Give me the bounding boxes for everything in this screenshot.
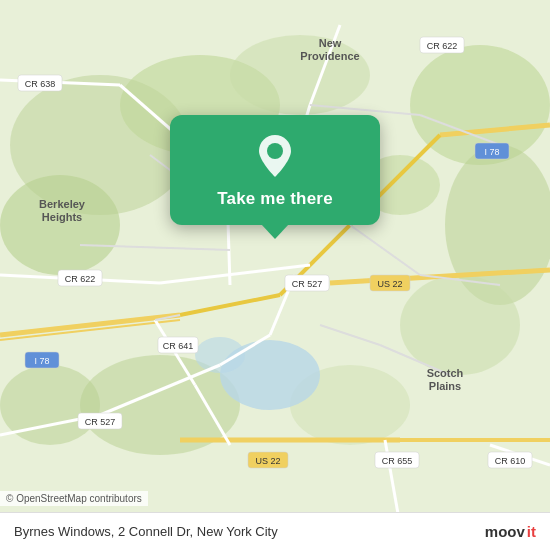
svg-point-4 — [230, 35, 370, 115]
svg-text:Plains: Plains — [429, 380, 461, 392]
svg-text:I 78: I 78 — [484, 147, 499, 157]
take-me-there-button[interactable]: Take me there — [217, 189, 333, 209]
svg-text:CR 622: CR 622 — [427, 41, 458, 51]
svg-text:CR 655: CR 655 — [382, 456, 413, 466]
copyright-bar: © OpenStreetMap contributors — [0, 491, 148, 506]
svg-text:CR 527: CR 527 — [292, 279, 323, 289]
copyright-text: © OpenStreetMap contributors — [6, 493, 142, 504]
svg-text:Berkeley: Berkeley — [39, 198, 86, 210]
svg-text:CR 527: CR 527 — [85, 417, 116, 427]
pin-svg — [256, 133, 294, 179]
svg-text:Heights: Heights — [42, 211, 82, 223]
svg-point-2 — [0, 175, 120, 275]
bottom-info-bar: Byrnes Windows, 2 Connell Dr, New York C… — [0, 512, 550, 550]
svg-text:CR 610: CR 610 — [495, 456, 526, 466]
svg-text:US 22: US 22 — [377, 279, 402, 289]
popup-card[interactable]: Take me there — [170, 115, 380, 225]
map-container: CR 638 CR 622 CR 622 655 CR 622 I 78 I 7… — [0, 0, 550, 550]
svg-text:CR 638: CR 638 — [25, 79, 56, 89]
moovit-it: it — [527, 523, 536, 540]
moovit-logo: moovit — [485, 523, 536, 540]
svg-text:I 78: I 78 — [34, 356, 49, 366]
svg-text:Scotch: Scotch — [427, 367, 464, 379]
svg-text:US 22: US 22 — [255, 456, 280, 466]
svg-point-7 — [400, 275, 520, 375]
svg-text:Providence: Providence — [300, 50, 359, 62]
map-background: CR 638 CR 622 CR 622 655 CR 622 I 78 I 7… — [0, 0, 550, 550]
svg-point-80 — [267, 143, 283, 159]
svg-text:CR 622: CR 622 — [65, 274, 96, 284]
moovit-moov: moov — [485, 523, 525, 540]
address-label: Byrnes Windows, 2 Connell Dr, New York C… — [14, 524, 278, 539]
svg-text:New: New — [319, 37, 342, 49]
svg-text:CR 641: CR 641 — [163, 341, 194, 351]
